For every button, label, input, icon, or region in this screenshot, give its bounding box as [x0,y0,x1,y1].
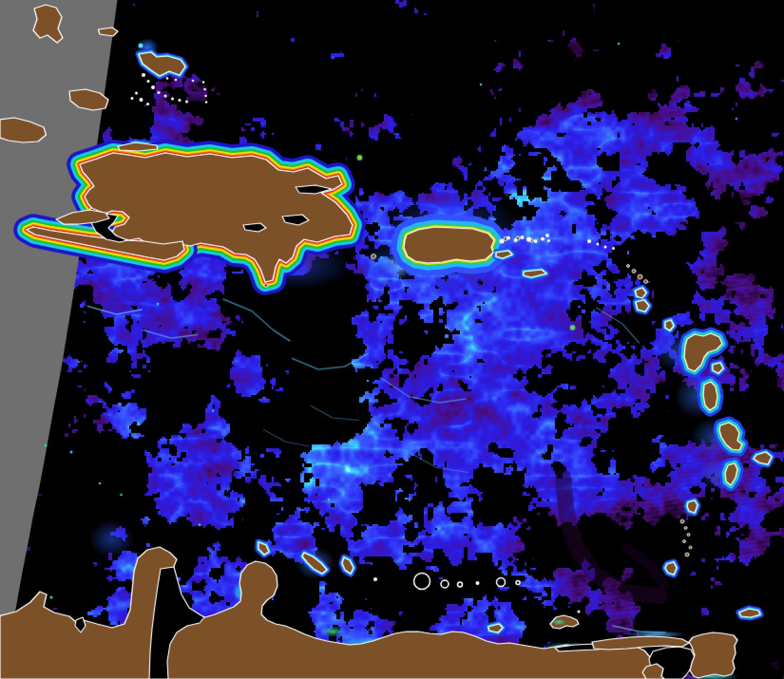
satellite-scene: Caribbean Sea satellite ocean color (chl… [0,0,784,679]
caribbean-ocean-color-map [0,0,784,679]
